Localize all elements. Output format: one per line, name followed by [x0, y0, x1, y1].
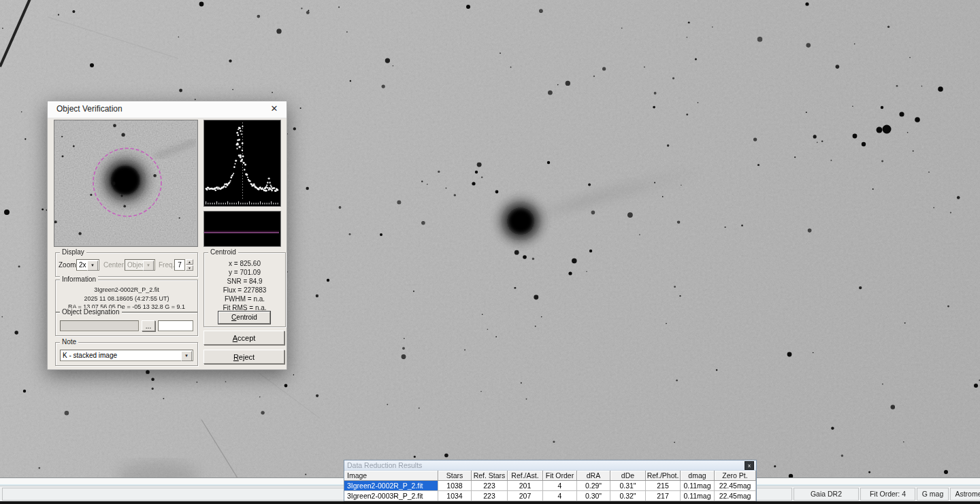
centroid-group: Centroid x = 825.60 y = 701.09 SNR = 84.…: [203, 252, 286, 327]
status-segment-app-name: Astrome: [950, 488, 980, 501]
chevron-down-icon: ▼: [143, 261, 154, 271]
centroid-snr: SNR = 84.9: [204, 277, 285, 286]
information-group: Information 3Igreen2-0002R_P_2.fit 2025 …: [55, 280, 198, 312]
note-group: Note K - stacked image ▼: [55, 342, 198, 366]
table-cell[interactable]: 215: [646, 481, 681, 491]
table-cell[interactable]: 0.32": [610, 491, 646, 501]
centroid-button-label: Centroid: [219, 312, 270, 323]
column-header-stars[interactable]: Stars: [438, 471, 472, 481]
table-row[interactable]: 3Igreen2-0002R_P_2.fit103822320140.29"0.…: [344, 481, 756, 491]
designation-input[interactable]: [60, 320, 139, 331]
column-header-image[interactable]: Image: [344, 471, 438, 481]
drr-titlebar[interactable]: Data Reduction Results x: [344, 460, 756, 471]
table-row[interactable]: 3Igreen2-0003R_P_2.fit103422320740.30"0.…: [344, 491, 756, 501]
centroid-flux: Flux = 227883: [204, 286, 285, 295]
column-header-ref-stars[interactable]: Ref. Stars: [472, 471, 508, 481]
center-select: Object ▼: [125, 259, 155, 271]
centroid-button[interactable]: Centroid: [218, 312, 270, 324]
table-cell[interactable]: 0.31": [610, 481, 646, 491]
column-header-dmag[interactable]: dmag: [681, 471, 715, 481]
note-group-label: Note: [60, 338, 78, 346]
information-text: 3Igreen2-0002R_P_2.fit 2025 11 08.18605 …: [56, 286, 197, 312]
status-segment-catalog: Gaia DR2: [794, 488, 859, 501]
dialog-body: Display Zoom 2x ▼ Center Object ▼ Freq. …: [48, 118, 287, 369]
centroid-group-label: Centroid: [208, 248, 238, 256]
centroid-x: x = 825.60: [204, 259, 285, 268]
table-cell[interactable]: 0.11mag: [681, 481, 715, 491]
column-header-ref-phot-[interactable]: Ref./Phot.: [646, 471, 681, 481]
psf-profile-plot: [203, 120, 281, 207]
close-icon[interactable]: ✕: [268, 103, 280, 114]
note-value: K - stacked image: [63, 352, 117, 359]
observation-datetime: 2025 11 08.18605 (4:27:55 UT): [56, 295, 197, 303]
object-designation-label: Object Designation: [60, 308, 122, 316]
zoom-select[interactable]: 2x ▼: [76, 259, 99, 271]
drr-table-header: ImageStarsRef. StarsRef./Ast.Fit OrderdR…: [344, 471, 756, 481]
centroid-fwhm: FWHM = n.a.: [204, 295, 285, 303]
close-icon[interactable]: x: [745, 461, 754, 470]
data-reduction-results-window: Data Reduction Results x ImageStarsRef. …: [344, 460, 757, 501]
table-cell[interactable]: 4: [543, 491, 577, 501]
dialog-titlebar[interactable]: Object Verification ✕: [48, 101, 287, 118]
table-cell[interactable]: 1038: [438, 481, 472, 491]
table-cell[interactable]: 3Igreen2-0003R_P_2.fit: [344, 491, 438, 501]
information-group-label: Information: [60, 275, 98, 284]
spin-down-icon[interactable]: ▼: [186, 265, 193, 271]
table-cell[interactable]: 217: [646, 491, 681, 501]
column-header-ref-ast-[interactable]: Ref./Ast.: [508, 471, 543, 481]
table-cell[interactable]: 223: [472, 481, 508, 491]
drr-title: Data Reduction Results: [347, 461, 422, 469]
table-cell[interactable]: 223: [472, 491, 508, 501]
reject-button[interactable]: Reject: [203, 350, 284, 364]
object-designation-group: Object Designation ...: [55, 312, 198, 336]
dialog-title: Object Verification: [56, 104, 122, 114]
freq-label: Freq.: [159, 261, 174, 269]
object-thumbnail[interactable]: [54, 120, 198, 247]
astrometrica-app: Gaia DR2 Fit Order: 4 G mag Astrome Obje…: [0, 0, 980, 504]
browse-button-label: ...: [142, 321, 154, 331]
accept-button-label: Accept: [204, 332, 284, 344]
centroid-y: y = 701.09: [204, 268, 285, 277]
chevron-down-icon[interactable]: ▼: [87, 261, 98, 271]
table-cell[interactable]: 22.45mag: [715, 481, 756, 491]
display-group-label: Display: [60, 248, 86, 256]
column-header-fit-order[interactable]: Fit Order: [543, 471, 577, 481]
freq-value[interactable]: 7: [174, 259, 185, 271]
status-segment-fit-order: Fit Order: 4: [860, 488, 915, 501]
column-header-dra[interactable]: dRA: [577, 471, 610, 481]
table-cell[interactable]: 4: [543, 481, 577, 491]
status-segment-mag-band: G mag: [917, 488, 949, 501]
table-cell[interactable]: 0.30": [577, 491, 610, 501]
table-cell[interactable]: 0.29": [577, 481, 610, 491]
image-slice-panel: [203, 211, 281, 247]
browse-button[interactable]: ...: [142, 320, 155, 331]
table-cell[interactable]: 22.45mag: [715, 491, 756, 501]
column-header-zero-pt-[interactable]: Zero Pt.: [715, 471, 756, 481]
spin-up-icon[interactable]: ▲: [186, 259, 193, 265]
display-group: Display Zoom 2x ▼ Center Object ▼ Freq. …: [55, 252, 198, 277]
center-label: Center: [103, 261, 124, 269]
designation-code-input[interactable]: [158, 320, 193, 331]
zoom-label: Zoom: [59, 261, 76, 269]
reject-button-label: Reject: [204, 351, 284, 363]
accept-button[interactable]: Accept: [203, 331, 284, 345]
object-verification-dialog: Object Verification ✕: [47, 101, 287, 370]
table-cell[interactable]: 0.11mag: [681, 491, 715, 501]
freq-stepper[interactable]: 7 ▲ ▼: [174, 259, 193, 271]
table-cell[interactable]: 207: [508, 491, 543, 501]
centroid-readout: x = 825.60 y = 701.09 SNR = 84.9 Flux = …: [204, 259, 285, 312]
table-cell[interactable]: 3Igreen2-0002R_P_2.fit: [344, 481, 438, 491]
image-filename: 3Igreen2-0002R_P_2.fit: [56, 286, 197, 295]
note-select[interactable]: K - stacked image ▼: [60, 350, 193, 361]
table-cell[interactable]: 1034: [438, 491, 472, 501]
drr-table-body: 3Igreen2-0002R_P_2.fit103822320140.29"0.…: [344, 481, 756, 501]
zoom-value: 2x: [79, 261, 86, 269]
screen-bottom-edge: [0, 501, 980, 504]
table-cell[interactable]: 201: [508, 481, 543, 491]
column-header-dde[interactable]: dDe: [610, 471, 646, 481]
status-segment-blank: [755, 488, 792, 501]
chevron-down-icon[interactable]: ▼: [181, 351, 192, 361]
